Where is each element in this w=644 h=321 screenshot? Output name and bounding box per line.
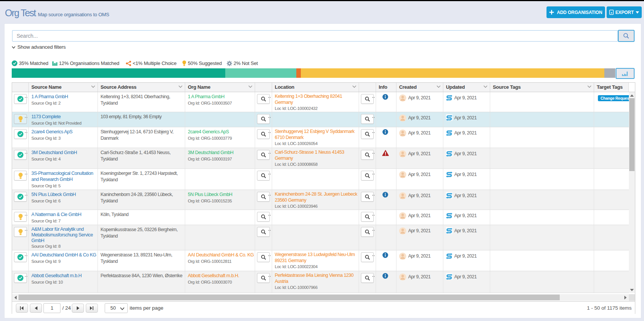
svg-text:x: x — [611, 11, 613, 14]
